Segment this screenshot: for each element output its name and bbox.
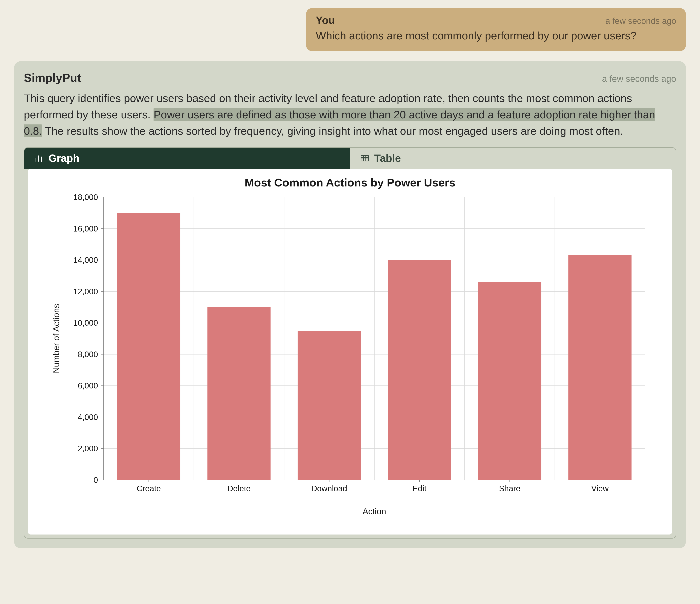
x-axis-label: Action <box>362 507 386 516</box>
x-tick-create: Create <box>136 484 161 493</box>
bar-edit <box>388 260 451 480</box>
bar-create <box>117 213 180 480</box>
tab-table[interactable]: Table <box>350 148 676 169</box>
x-tick-view: View <box>591 484 608 493</box>
assistant-message-text: This query identifies power users based … <box>24 90 676 139</box>
assistant-message-header: SimplyPut a few seconds ago <box>24 71 676 84</box>
tab-graph-label: Graph <box>49 152 79 164</box>
svg-text:4,000: 4,000 <box>78 413 98 422</box>
bar-view <box>568 255 631 480</box>
user-message-bubble: You a few seconds ago Which actions are … <box>306 8 686 51</box>
svg-text:6,000: 6,000 <box>78 381 98 390</box>
assistant-text-post: The results show the actions sorted by f… <box>42 125 623 137</box>
chart-title: Most Common Actions by Power Users <box>36 176 664 189</box>
svg-text:14,000: 14,000 <box>73 255 98 265</box>
assistant-timestamp: a few seconds ago <box>602 74 676 84</box>
table-icon <box>360 153 370 163</box>
bar-share <box>478 282 541 480</box>
tab-graph[interactable]: Graph <box>24 148 350 169</box>
page-root: You a few seconds ago Which actions are … <box>0 0 700 560</box>
svg-text:2,000: 2,000 <box>78 444 98 453</box>
bar-delete <box>207 307 271 480</box>
bar-chart-icon <box>34 153 44 163</box>
x-tick-edit: Edit <box>412 484 426 493</box>
x-tick-delete: Delete <box>227 484 251 493</box>
user-message-header: You a few seconds ago <box>316 14 676 26</box>
svg-text:0: 0 <box>93 476 98 484</box>
assistant-author-label: SimplyPut <box>24 71 81 84</box>
svg-text:12,000: 12,000 <box>73 287 98 296</box>
x-tick-download: Download <box>311 484 347 493</box>
tab-table-label: Table <box>374 152 401 164</box>
svg-rect-3 <box>361 155 368 161</box>
x-tick-share: Share <box>499 484 520 493</box>
user-message-text: Which actions are most commonly performe… <box>316 28 676 43</box>
user-timestamp: a few seconds ago <box>605 16 676 26</box>
user-author-label: You <box>316 14 335 26</box>
svg-text:10,000: 10,000 <box>73 318 98 327</box>
tab-bar: Graph Table <box>24 148 676 169</box>
chart-panel: Graph Table Most <box>24 147 676 538</box>
svg-text:16,000: 16,000 <box>73 224 98 233</box>
bar-download <box>298 331 361 480</box>
svg-text:18,000: 18,000 <box>73 193 98 202</box>
chart-svg: 02,0004,0006,0008,00010,00012,00014,0001… <box>47 191 653 524</box>
svg-text:8,000: 8,000 <box>78 350 98 359</box>
chart-area: Most Common Actions by Power Users 02,00… <box>28 169 672 534</box>
y-axis-label: Number of Actions <box>51 304 61 373</box>
assistant-message-card: SimplyPut a few seconds ago This query i… <box>14 61 686 548</box>
